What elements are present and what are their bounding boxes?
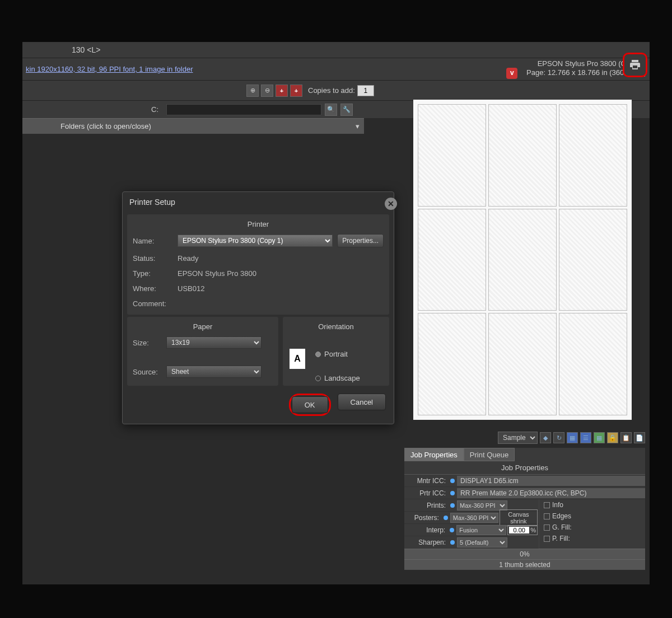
status-dot-icon (444, 516, 448, 520)
percent-input[interactable] (509, 527, 529, 533)
orientation-header: Orientation (286, 320, 386, 333)
portrait-radio[interactable]: Portrait (315, 350, 360, 358)
preview-cell[interactable] (418, 104, 486, 207)
preview-cell[interactable] (559, 104, 627, 207)
path-field[interactable] (166, 104, 321, 115)
checkbox[interactable] (544, 536, 550, 542)
lock-icon[interactable]: 🔒 (607, 432, 618, 443)
posters-select[interactable]: Max-360 PPI (450, 513, 498, 523)
comment-label: Comment: (133, 299, 178, 308)
edges-label: Edges (552, 512, 571, 520)
where-label: Where: (133, 284, 178, 293)
preview-cell[interactable] (559, 313, 627, 415)
page-icon[interactable]: 📄 (634, 432, 645, 443)
folders-label: Folders (click to open/close) (60, 122, 151, 130)
refresh-icon[interactable]: ↻ (553, 432, 564, 443)
properties-button[interactable]: Properties... (337, 234, 384, 247)
sharpen-select[interactable]: 5 (Default) (457, 537, 507, 547)
ok-button[interactable]: OK (292, 396, 328, 413)
preview-cell[interactable] (488, 104, 557, 207)
sample-select[interactable]: Sample (498, 432, 538, 444)
printer-icon (628, 58, 642, 72)
prtr-value[interactable]: RR Prem Matte 2.0 Ep3800.icc (RC, BPC) (457, 488, 645, 498)
percent-box[interactable]: % (507, 525, 538, 535)
title-bar: 130 <L> (22, 42, 650, 58)
source-select[interactable]: Sheet (166, 366, 262, 378)
size-label: Size: (133, 339, 166, 347)
printer-section: Printer Name: EPSON Stylus Pro 3800 (Cop… (127, 214, 389, 315)
close-button[interactable]: ✕ (385, 198, 397, 210)
sharpen-label: Sharpen: (404, 539, 448, 546)
panel-title: Job Properties (404, 461, 645, 475)
chevron-down-icon: ▾ (356, 122, 360, 130)
binoculars-icon[interactable]: 🔍 (325, 104, 337, 116)
printer-setup-dialog: Printer Setup ✕ Printer Name: EPSON Styl… (122, 191, 394, 424)
interp-select[interactable]: Fusion (456, 525, 506, 535)
status-dot-icon (450, 540, 455, 545)
job-properties-panel: Job Properties Mntr ICC:DISPLAY1 D65.icm… (404, 461, 645, 570)
preview-cell[interactable] (418, 209, 486, 311)
preview-cell[interactable] (418, 313, 486, 415)
printer-select[interactable]: EPSON Stylus Pro 3800 (Copy 1) (178, 235, 333, 247)
page-orientation-icon: A (290, 349, 305, 369)
interp-label: Interp: (404, 526, 447, 534)
list-icon[interactable]: ☰ (580, 432, 591, 443)
type-value: EPSON Stylus Pro 3800 (178, 269, 256, 278)
prtr-label: Prtr ICC: (404, 489, 448, 497)
gfill-label: G. Fill: (552, 523, 572, 531)
status-dot-icon (450, 479, 455, 483)
status-dot-icon (450, 491, 455, 495)
cancel-button[interactable]: Cancel (338, 394, 386, 410)
meta-bar: kin 1920x1160, 32 bit, 96 PPI font, 1 im… (22, 58, 650, 80)
status-label: Status: (133, 254, 178, 263)
toolbar: ⊕ ⊖ + + Copies to add: (22, 80, 650, 100)
preview-cell[interactable] (559, 209, 627, 311)
paper-section: Paper Size:13x19 Source:Sheet (127, 317, 278, 386)
tab-job-properties[interactable]: Job Properties (404, 448, 464, 461)
image-info-link[interactable]: kin 1920x1160, 32 bit, 96 PPI font, 1 im… (26, 65, 193, 73)
printer-header: Printer (130, 218, 386, 231)
selection-text: 1 thumb selected (404, 559, 645, 570)
add-button[interactable]: + (276, 85, 288, 97)
orientation-section: Orientation A Portrait Landscape (283, 317, 389, 386)
copy-icon[interactable]: 📋 (620, 432, 632, 443)
copies-input[interactable] (357, 85, 374, 96)
mntr-label: Mntr ICC: (404, 477, 448, 485)
radio-icon (315, 376, 321, 381)
preview-cell[interactable] (488, 313, 557, 415)
preview-toolbar: Sample ◆ ↻ ▦ ☰ ▦ 🔒 📋 📄 (404, 429, 645, 447)
size-select[interactable]: 13x19 (166, 336, 262, 349)
add-all-button[interactable]: + (290, 85, 302, 97)
status-dot-icon (450, 503, 455, 508)
checkbox[interactable] (544, 525, 550, 531)
drive-label: C: (151, 105, 158, 114)
paper-header: Paper (130, 320, 275, 333)
window-title: 130 <L> (72, 45, 100, 54)
zoom-out-icon[interactable]: ⊖ (261, 85, 273, 97)
tool-icon[interactable]: ◆ (540, 432, 551, 443)
radio-icon (315, 352, 321, 357)
tabs: Job Properties Print Queue (404, 448, 645, 461)
zoom-in-icon[interactable]: ⊕ (246, 85, 259, 97)
info-label: Info (552, 501, 563, 509)
wrench-icon[interactable]: 🔧 (340, 104, 353, 116)
preview-cell[interactable] (488, 209, 557, 311)
grid-icon[interactable]: ▦ (567, 432, 578, 443)
folders-toggle[interactable]: Folders (click to open/close) ▾ (22, 118, 364, 134)
canvas-shrink-button[interactable]: Canvas shrink (500, 509, 538, 526)
checkbox[interactable] (544, 502, 550, 508)
name-label: Name: (133, 237, 178, 245)
landscape-radio[interactable]: Landscape (315, 374, 360, 382)
ok-highlight: OK (289, 394, 331, 416)
mntr-value[interactable]: DISPLAY1 D65.icm (457, 476, 645, 486)
page-preview (413, 100, 632, 420)
posters-label: Posters: (404, 514, 441, 522)
status-dot-icon (450, 528, 454, 532)
v-badge-icon: v (506, 68, 517, 79)
checkbox[interactable] (544, 513, 550, 519)
where-value: USB012 (178, 284, 204, 293)
dialog-title: Printer Setup (129, 198, 175, 207)
tile-icon[interactable]: ▦ (594, 432, 605, 443)
tab-print-queue[interactable]: Print Queue (464, 448, 515, 461)
printer-setup-button[interactable] (623, 53, 647, 77)
